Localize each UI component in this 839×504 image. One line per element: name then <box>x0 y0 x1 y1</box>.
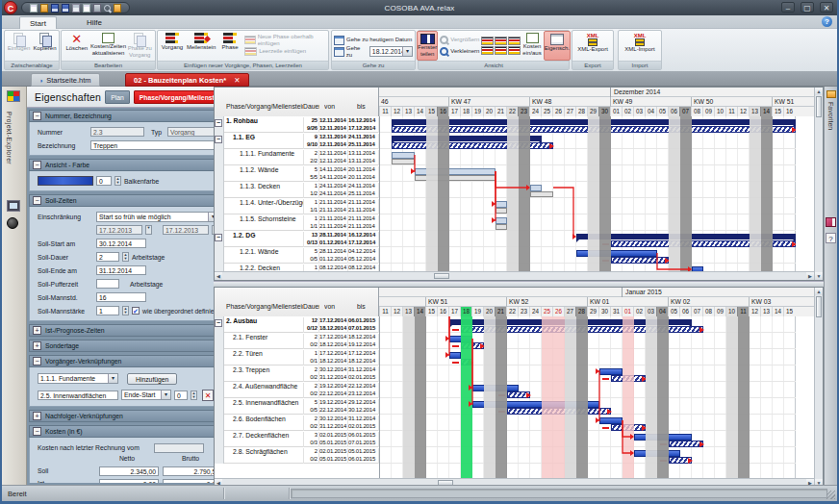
resize-grip[interactable] <box>826 491 835 499</box>
tab-startseite[interactable]: Startseite.htm <box>31 73 100 87</box>
gantt-bar-hatch[interactable] <box>669 441 703 447</box>
view-style-2-icon[interactable] <box>495 37 507 45</box>
help-box-icon[interactable]: ? <box>826 233 836 243</box>
soll-ende-field[interactable]: 31.12.2014 <box>96 265 146 275</box>
gehe-zu-heute-button[interactable]: Gehe zu heutigem Datum <box>334 36 413 45</box>
kosten-zeiten-button[interactable]: Kosten/Zeiten aktualisieren <box>92 31 125 61</box>
vorgaenger-name-field[interactable]: 2.5. Innenwandflächen <box>38 391 118 400</box>
gantt-table-row[interactable]: − 2. Ausbau 120/12 17.12.201418.12.2014 … <box>215 316 379 333</box>
column-header-von[interactable]: von <box>324 297 351 316</box>
expand-icon[interactable]: + <box>33 326 41 335</box>
neue-phase-oberhalb-button[interactable]: Neue Phase oberhalb einfügen <box>244 36 326 45</box>
tab-plan[interactable]: Plan <box>105 90 130 104</box>
gantt-bar-task[interactable] <box>449 352 461 359</box>
datum1-field[interactable]: 17.12.2013 <box>96 225 142 235</box>
gantt-table-row[interactable]: 1.1.4. Unter-/Überzüge 11/1 21.11.201421… <box>215 198 379 214</box>
gantt-table-row[interactable]: 1.1.5. Schornsteine 11/1 21.11.201421.11… <box>215 214 379 231</box>
scroll-thumb[interactable] <box>816 96 822 117</box>
vorgang-button[interactable]: Vorgang <box>160 31 185 61</box>
phase-zu-vorgang-button[interactable]: Phase zu Vorgang <box>127 31 154 61</box>
gantt-table-row[interactable]: − 1. Rohbau 259/26 12.11.201412.11.2014 … <box>215 116 379 133</box>
balkenfarbe-swatch[interactable] <box>38 176 93 186</box>
close-button[interactable]: ✕ <box>820 2 833 13</box>
column-header-phase[interactable]: Phase/Vorgang/Meilenstein <box>226 297 303 316</box>
collapse-icon[interactable]: − <box>33 357 41 365</box>
bezeichnung-field[interactable]: Treppen <box>90 140 216 150</box>
leerzeile-button[interactable]: Leerzeile einfügen <box>244 47 326 57</box>
einschraenkung-dropdown[interactable]: Start so früh wie möglich <box>96 212 218 222</box>
gantt-bar-pale[interactable] <box>496 217 507 224</box>
verknuepfung-wert-field[interactable]: 0 <box>174 391 188 400</box>
view-style-6-icon[interactable] <box>508 46 521 55</box>
loeschen-button[interactable]: ✕Löschen <box>64 31 90 61</box>
datum2-field[interactable]: 17.12.2013 <box>163 225 209 235</box>
column-header-bis[interactable]: bis <box>357 297 378 316</box>
gantt-table-row[interactable]: 1.1.1. Fundamente 22/2 12.11.201412.11.2… <box>215 149 379 165</box>
gantt-table-row[interactable]: − 1.2. DG 130/13 28.11.201401.12.2014 16… <box>215 231 379 247</box>
farbe-wert-field[interactable]: 0 <box>96 176 112 186</box>
gantt-bar-done[interactable] <box>496 208 507 214</box>
gantt-table-row[interactable]: − 1.1. EG 99/10 12.11.201412.11.2014 24.… <box>215 133 379 149</box>
soll-start-field[interactable]: 30.12.2014 <box>96 239 146 248</box>
vertical-scrollbar[interactable]: ▲ ▼ <box>814 288 823 487</box>
phase-button[interactable]: Phase <box>217 31 242 61</box>
nummer-field[interactable]: 2.3 <box>90 127 144 137</box>
projekt-explorer-tab[interactable]: Projekt-Explorer <box>6 112 13 164</box>
soll-mannstaerke-field[interactable]: 1 <box>96 306 119 315</box>
project-explorer-icon[interactable] <box>7 90 20 102</box>
hinzufuegen-button[interactable]: Hinzufügen <box>127 373 177 385</box>
datum1-picker[interactable]: ▼ <box>145 225 152 235</box>
tab-bauzeitenplan[interactable]: 02 - Bauzeitenplan Kosten*✕ <box>125 73 249 87</box>
xml-export-button[interactable]: XMLXML-Export <box>576 31 609 61</box>
collapse-icon[interactable]: − <box>33 112 41 120</box>
scroll-thumb[interactable] <box>434 273 449 279</box>
verknuepfung-spinner[interactable]: ▲▼ <box>191 391 197 400</box>
soll-puffer-field[interactable] <box>96 279 119 289</box>
close-tab-icon[interactable]: ✕ <box>234 76 240 85</box>
collapse-icon[interactable]: − <box>33 427 41 436</box>
gantt-bar-done[interactable] <box>392 159 415 164</box>
gantt-bar-hatch[interactable] <box>611 257 669 264</box>
verknuepfung-typ-dropdown[interactable]: Ende-Start <box>121 390 171 400</box>
monitor-icon[interactable] <box>7 200 20 212</box>
soll-mannstaerke-spinner[interactable]: ▲▼ <box>122 306 129 315</box>
maximize-button[interactable]: ▢ <box>801 2 814 13</box>
tab-hilfe[interactable]: Hilfe <box>77 16 112 29</box>
gantt-table-row[interactable]: 2.8. Schrägflächen 20/2 02.01.201505.01.… <box>215 447 379 464</box>
soll-dauer-spinner[interactable]: ▲▼ <box>122 252 129 262</box>
netto-field[interactable]: 2.345,00 <box>99 466 159 476</box>
xml-import-button[interactable]: XMLXML-Import <box>623 31 656 61</box>
fenster-teilen-button[interactable]: Fenster teilen <box>417 31 438 61</box>
column-header-von[interactable]: von <box>324 97 351 116</box>
gantt-table-row[interactable]: 1.1.2. Wände 55/5 14.11.201414.11.2014 2… <box>215 165 379 182</box>
tab-start[interactable]: Start <box>19 16 57 29</box>
favorites-folder-icon[interactable] <box>826 90 836 98</box>
book-icon[interactable] <box>826 217 836 227</box>
netto-field[interactable]: 0,00 <box>99 479 159 484</box>
favoriten-tab[interactable]: Favoriten <box>827 102 834 130</box>
einfuegen-button[interactable]: Einfügen <box>7 31 31 61</box>
globe-icon[interactable] <box>7 217 18 229</box>
gantt-bar-hatch[interactable] <box>507 391 530 398</box>
collapse-row-icon[interactable]: − <box>215 319 222 327</box>
view-style-4-icon[interactable] <box>481 46 494 55</box>
rechnung-datum-field[interactable] <box>154 443 204 453</box>
view-style-1-icon[interactable] <box>481 37 494 45</box>
eigensch-button[interactable]: Eigensch. <box>544 31 571 61</box>
gantt-bar-task[interactable] <box>599 368 623 375</box>
gantt-bar-pale[interactable] <box>530 185 542 191</box>
gantt-table-row[interactable]: 2.7. Deckenflächen 30/3 02.01.201505.01.… <box>215 431 379 447</box>
column-header-dauer[interactable]: Dauer <box>303 297 319 316</box>
column-header-dauer[interactable]: Dauer <box>303 97 319 116</box>
gantt-table-row[interactable]: 1.2.1. Wände 50/5 28.11.201401.12.2014 0… <box>215 247 379 264</box>
meilenstein-button[interactable]: Meilenstein <box>187 31 216 61</box>
soll-mannstd-field[interactable]: 16 <box>96 292 146 302</box>
gantt-bar-pale[interactable] <box>496 201 507 208</box>
view-style-3-icon[interactable] <box>508 37 521 45</box>
collapse-row-icon[interactable]: − <box>215 136 222 143</box>
typ-field[interactable]: Vorgang <box>167 127 217 137</box>
gantt-table-row[interactable]: 2.4. Außenwandfläche 20/2 19.12.201422.1… <box>215 382 379 398</box>
soll-dauer-field[interactable]: 2 <box>96 252 119 262</box>
column-header-bis[interactable]: bis <box>357 97 378 116</box>
horizontal-scrollbar[interactable]: ◀ ▶ <box>215 271 814 280</box>
